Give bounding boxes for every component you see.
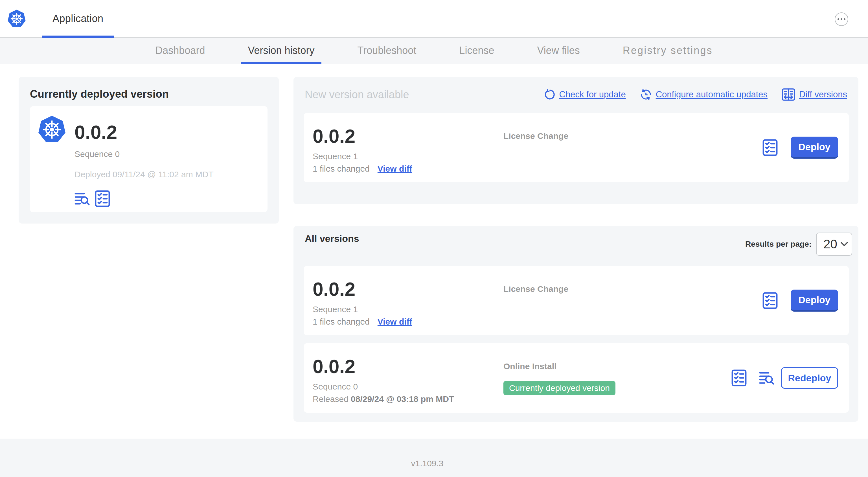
auto-update-icon [640,89,652,100]
preflight-checklist-icon[interactable] [763,139,778,156]
results-per-page: Results per page: 20 [745,233,852,256]
tab-license[interactable]: License [452,38,501,64]
new-version-card: New version available Check for update C… [293,77,859,204]
deployed-sequence: Sequence 0 [74,149,214,159]
released-timestamp: Released 08/29/24 @ 03:18 pm MDT [313,394,503,404]
view-diff-link[interactable]: View diff [378,164,412,174]
main-content: Currently deployed version [0,64,868,422]
version-sequence: Sequence 1 [313,304,503,315]
configure-automatic-updates-label: Configure automatic updates [656,89,768,100]
release-notes-label: License Change [503,125,568,147]
app-header: Application [0,0,868,38]
results-per-page-value: 20 [824,237,837,251]
right-column: New version available Check for update C… [293,77,859,422]
preflight-checklist-icon[interactable] [732,369,747,386]
released-prefix: Released [313,394,348,404]
version-sequence: Sequence 1 [313,151,503,161]
version-row: 0.0.2 Sequence 1 1 files changed View di… [304,266,849,335]
app-tab[interactable]: Application [42,0,114,37]
kubernetes-logo-icon [38,115,66,143]
release-notes-column: Online Install Currently deployed versio… [503,352,615,404]
files-changed-row: 1 files changed View diff [313,317,503,327]
files-changed-row: 1 files changed View diff [313,164,503,174]
diff-icon [782,88,795,101]
tab-version-history[interactable]: Version history [241,38,321,64]
update-actions: Check for update Configure automatic upd… [545,88,847,101]
configure-automatic-updates-link[interactable]: Configure automatic updates [640,89,768,100]
version-info: 0.0.2 Sequence 1 1 files changed View di… [313,274,503,327]
deployed-timestamp: Deployed 09/11/24 @ 11:02 am MDT [74,169,214,180]
version-row: 0.0.2 Sequence 0 Released 08/29/24 @ 03:… [304,343,849,413]
version-actions: Redeploy [732,367,838,389]
new-version-card-header: New version available Check for update C… [305,88,847,101]
deploy-button[interactable]: Deploy [791,137,838,159]
currently-deployed-card: Currently deployed version [19,77,279,223]
release-notes-column: License Change [503,274,568,327]
version-info: 0.0.2 Sequence 1 1 files changed View di… [313,121,503,174]
files-changed: 1 files changed [313,164,370,174]
release-notes-column: License Change [503,121,568,174]
ellipsis-menu-button[interactable] [835,12,848,26]
currently-deployed-badge: Currently deployed version [503,381,615,395]
results-per-page-label: Results per page: [745,240,812,249]
currently-deployed-title: Currently deployed version [30,88,268,100]
console-version: v1.109.3 [411,459,443,468]
check-for-update-label: Check for update [559,89,626,100]
view-diff-link[interactable]: View diff [378,317,412,327]
version-action-icons [74,190,214,207]
all-versions-card: All versions Results per page: 20 0.0.2 … [293,226,859,422]
all-versions-header: All versions Results per page: 20 [305,233,847,256]
refresh-icon [545,89,555,100]
app-title: Application [53,13,103,25]
tab-registry-settings[interactable]: Registry settings [616,38,720,64]
results-per-page-select[interactable]: 20 [816,233,852,256]
tab-view-files[interactable]: View files [530,38,586,64]
preflight-checklist-icon[interactable] [763,292,778,309]
new-version-title: New version available [305,88,409,101]
all-versions-title: All versions [305,233,359,244]
release-notes-label: License Change [503,278,568,300]
tab-dashboard[interactable]: Dashboard [148,38,212,64]
view-logs-icon[interactable] [74,191,90,206]
view-logs-icon[interactable] [759,370,774,385]
released-date: 08/29/24 @ 03:18 pm MDT [351,394,454,404]
deployed-version-number: 0.0.2 [74,121,214,143]
app-tab-active-underline [42,35,114,38]
kubernetes-logo-icon [7,9,26,28]
version-actions: Deploy [763,290,838,311]
version-number: 0.0.2 [313,125,503,147]
page-footer: v1.109.3 [0,439,868,477]
deploy-button[interactable]: Deploy [791,290,838,311]
diff-versions-link[interactable]: Diff versions [782,88,847,101]
files-changed: 1 files changed [313,317,370,327]
release-notes-label: Online Install [503,355,615,378]
tab-troubleshoot[interactable]: Troubleshoot [351,38,423,64]
chevron-down-icon [840,242,848,247]
version-actions: Deploy [763,137,838,159]
version-number: 0.0.2 [313,355,503,378]
new-version-row: 0.0.2 Sequence 1 1 files changed View di… [304,113,849,182]
version-sequence: Sequence 0 [313,382,503,392]
subnav-tabs: DashboardVersion historyTroubleshootLice… [0,38,868,64]
redeploy-button[interactable]: Redeploy [781,367,838,389]
preflight-checklist-icon[interactable] [95,190,110,207]
version-number: 0.0.2 [313,278,503,300]
check-for-update-link[interactable]: Check for update [545,89,626,100]
version-info: 0.0.2 Sequence 0 Released 08/29/24 @ 03:… [313,352,503,404]
diff-versions-label: Diff versions [799,89,847,100]
currently-deployed-box: 0.0.2 Sequence 0 Deployed 09/11/24 @ 11:… [30,106,268,212]
